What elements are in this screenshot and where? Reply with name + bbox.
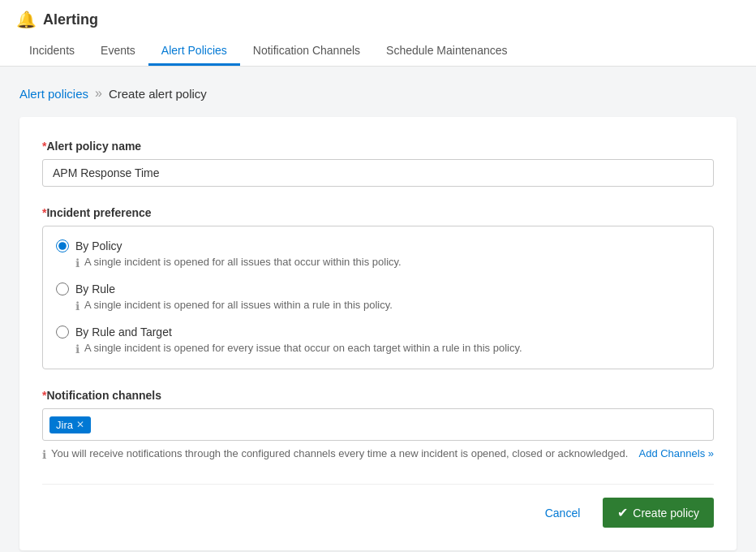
incident-preference-section: *Incident preference By Policy ℹ A singl… [42,206,714,369]
tab-alert-policies[interactable]: Alert Policies [148,37,240,66]
breadcrumb-separator: » [95,86,102,101]
info-icon-by-policy: ℹ [75,257,79,270]
tab-schedule-maintenances[interactable]: Schedule Maintenances [373,37,520,66]
radio-option-by-policy: By Policy ℹ A single incident is opened … [56,239,700,270]
policy-name-label: *Alert policy name [42,140,714,153]
policy-name-section: *Alert policy name [42,140,714,187]
channel-tag-jira: Jira ✕ [49,416,91,433]
create-policy-button[interactable]: ✔ Create policy [603,498,714,528]
notification-channels-label: *Notification channels [42,389,714,402]
tab-events[interactable]: Events [88,37,148,66]
create-policy-label: Create policy [633,507,699,520]
add-channels-link[interactable]: Add Channels » [638,447,714,459]
radio-option-by-rule-target: By Rule and Target ℹ A single incident i… [56,326,700,356]
channels-note-text: You will receive notifications through t… [51,447,634,459]
info-icon-channels: ℹ [42,448,46,461]
breadcrumb-current: Create alert policy [109,87,207,101]
form-card: *Alert policy name *Incident preference … [19,117,737,550]
check-icon: ✔ [617,505,628,520]
incident-preference-radio-group: By Policy ℹ A single incident is opened … [42,226,714,369]
radio-by-policy-desc: A single incident is opened for all issu… [84,256,402,268]
policy-name-input[interactable] [42,159,714,187]
radio-by-rule-target[interactable] [56,326,69,339]
radio-by-rule[interactable] [56,282,69,295]
info-icon-by-rule-target: ℹ [75,343,79,356]
radio-by-rule-label[interactable]: By Rule [75,282,115,295]
radio-by-rule-target-desc: A single incident is opened for every is… [84,342,522,354]
channels-input-area[interactable]: Jira ✕ [42,408,714,441]
radio-by-rule-target-label[interactable]: By Rule and Target [75,326,172,339]
notification-channels-section: *Notification channels Jira ✕ ℹ You will… [42,389,714,461]
breadcrumb: Alert policies » Create alert policy [19,86,737,101]
radio-option-by-rule: By Rule ℹ A single incident is opened fo… [56,282,700,313]
incident-preference-label: *Incident preference [42,206,714,219]
breadcrumb-parent[interactable]: Alert policies [19,87,88,101]
channel-tag-jira-remove[interactable]: ✕ [76,420,84,429]
radio-by-rule-desc: A single incident is opened for all issu… [84,299,393,311]
channels-note: ℹ You will receive notifications through… [42,447,714,461]
tab-incidents[interactable]: Incidents [16,37,88,66]
tab-notification-channels[interactable]: Notification Channels [240,37,373,66]
radio-by-policy-label[interactable]: By Policy [75,239,122,252]
info-icon-by-rule: ℹ [75,300,79,313]
form-actions: Cancel ✔ Create policy [42,484,714,528]
channel-tag-jira-label: Jira [56,419,73,431]
app-icon: 🔔 [16,10,37,29]
cancel-button[interactable]: Cancel [532,500,594,526]
radio-by-policy[interactable] [56,239,69,252]
main-nav: Incidents Events Alert Policies Notifica… [16,37,740,66]
app-title: 🔔 Alerting [16,10,740,29]
